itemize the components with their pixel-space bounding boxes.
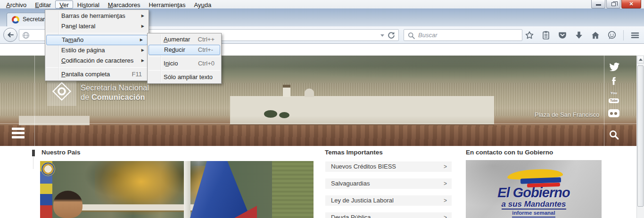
scrollbar-thumb[interactable] — [637, 65, 644, 207]
twitter-link[interactable] — [608, 61, 620, 74]
ver-menu: Barras de herramientas ▶ Panel lateral ▶… — [45, 9, 149, 81]
search-icon[interactable] — [407, 32, 415, 40]
menu-item-label: Codificación de caracteres — [61, 57, 133, 64]
menubar-item-historial[interactable]: Historial — [73, 0, 104, 8]
submenu-arrow-icon: ▶ — [141, 56, 144, 66]
restore-icon — [611, 2, 616, 6]
pocket-button[interactable] — [557, 30, 568, 40]
temas-item-justicia-laboral[interactable]: Ley de Justicia Laboral > — [325, 195, 452, 206]
menu-item-label: Panel lateral — [61, 23, 95, 30]
temas-item-label: Deuda Pública — [331, 214, 371, 218]
menubar-item-ayuda[interactable]: Ayuda — [190, 0, 216, 8]
chevron-right-icon: > — [444, 195, 447, 206]
reload-icon[interactable] — [387, 31, 396, 40]
menubar-item-editar[interactable]: Editar — [31, 0, 55, 8]
hello-button[interactable] — [607, 30, 617, 40]
close-button[interactable]: ✕ — [621, 0, 641, 8]
bookmark-star-button[interactable] — [524, 30, 535, 40]
menu-item-solo-ampliar-texto[interactable]: Sólo ampliar texto — [148, 72, 221, 82]
section-marker — [32, 150, 35, 156]
scroll-up-icon — [639, 58, 643, 61]
photo-coat-of-arms — [41, 162, 55, 176]
menu-item-estilo-de-pagina[interactable]: Estilo de página ▶ — [45, 45, 149, 56]
menu-item-panel-lateral[interactable]: Panel lateral ▶ — [45, 21, 149, 32]
twitter-icon — [608, 61, 619, 73]
tamano-submenu: Aumentar Ctrl++ Reducir Ctrl+- Inicio Ct… — [147, 33, 222, 84]
news-photo[interactable] — [40, 161, 314, 218]
search-bar[interactable]: Buscar — [404, 29, 522, 41]
menu-shortcut: F11 — [132, 69, 142, 80]
minimize-icon — [596, 4, 601, 6]
smiley-chat-icon — [607, 30, 617, 40]
gobierno-banner-tagline: informe semanal — [512, 210, 555, 218]
banner-church-tower — [283, 85, 290, 97]
menu-separator — [46, 67, 148, 68]
menubar-item-archivo[interactable]: Archivo — [2, 0, 31, 8]
youtube-icon: Tube — [609, 98, 619, 103]
facebook-link[interactable] — [608, 75, 620, 89]
menu-item-codificacion[interactable]: Codificación de caracteres ▶ — [45, 56, 149, 66]
banner-tree — [279, 112, 289, 118]
flag-ribbon — [466, 160, 602, 186]
scrollbar-up-button[interactable] — [637, 56, 644, 64]
window-controls: ✕ — [591, 0, 641, 8]
pocket-icon — [557, 30, 568, 40]
section-title-nuestro-pais: Nuestro Pais — [41, 149, 81, 156]
submenu-arrow-icon: ▶ — [141, 45, 144, 56]
menu-item-label: Aumentar — [164, 36, 190, 43]
restore-button[interactable] — [606, 0, 620, 8]
menu-item-label: Pantalla completa — [61, 71, 110, 78]
star-icon — [524, 30, 535, 40]
menu-shortcut: Ctrl++ — [198, 34, 215, 45]
menu-item-pantalla-completa[interactable]: Pantalla completa F11 — [45, 69, 149, 80]
flickr-icon — [608, 109, 619, 117]
temas-item-deuda-publica[interactable]: Deuda Pública > — [325, 212, 452, 218]
hamburger-icon — [630, 30, 640, 40]
banner-horizontal-divider — [0, 123, 636, 124]
banner-tree — [264, 110, 277, 118]
globe-icon[interactable] — [22, 32, 30, 39]
menu-item-inicio[interactable]: Inicio Ctrl+0 — [148, 58, 221, 69]
banner-church-dome — [305, 89, 314, 97]
menubar-item-herramientas[interactable]: Herramientas — [144, 0, 190, 8]
temas-item-label: Ley de Justicia Laboral — [331, 197, 394, 204]
temas-item-salvaguardias[interactable]: Salvaguardias > — [325, 178, 452, 189]
site-logo[interactable] — [47, 77, 76, 106]
temas-item-biess[interactable]: Nuevos Créditos BIESS > — [325, 161, 452, 172]
download-arrow-icon — [574, 30, 584, 40]
banner-menu-button[interactable] — [12, 128, 25, 140]
urlbar-dropdown-icon[interactable] — [380, 34, 384, 37]
chevron-right-icon: > — [444, 178, 447, 189]
reading-list-button[interactable] — [541, 30, 551, 40]
site-favicon-icon — [12, 16, 19, 24]
search-icon — [608, 129, 620, 141]
menu-item-label: Tamaño — [62, 36, 83, 43]
section-rule — [33, 157, 33, 169]
menu-item-barras-de-herramientas[interactable]: Barras de herramientas ▶ — [45, 11, 149, 21]
menu-separator — [46, 33, 148, 33]
youtube-link[interactable]: You Tube — [608, 91, 620, 104]
menubar-item-marcadores[interactable]: Marcadores — [104, 0, 145, 8]
site-logo-line1: Secretaría Nacional — [81, 83, 149, 92]
menu-item-aumentar[interactable]: Aumentar Ctrl++ — [148, 34, 221, 45]
flickr-link[interactable] — [608, 109, 620, 117]
back-button[interactable] — [3, 28, 17, 42]
home-button[interactable] — [590, 30, 601, 40]
menu-button[interactable] — [630, 30, 640, 40]
downloads-button[interactable] — [574, 30, 584, 40]
temas-item-label: Nuevos Créditos BIESS — [331, 163, 396, 170]
menu-item-tamano[interactable]: Tamaño ▶ — [46, 35, 148, 45]
gobierno-banner[interactable]: El Gobierno a sus Mandantes informe sema… — [466, 160, 602, 218]
minimize-button[interactable] — [591, 0, 605, 8]
banner-search-button[interactable] — [608, 129, 620, 143]
menu-bar: Archivo Editar Ver Historial Marcadores … — [0, 0, 644, 8]
chevron-right-icon: > — [444, 161, 447, 172]
secom-emblem-icon — [51, 81, 73, 102]
banner-caption: Plaza de San Francisco — [535, 111, 599, 118]
site-logo-text[interactable]: Secretaría Nacional de Comunicación — [81, 83, 149, 102]
chevron-right-icon: > — [444, 212, 447, 218]
menubar-item-ver[interactable]: Ver — [55, 0, 73, 8]
page-scrollbar[interactable] — [636, 56, 644, 218]
menu-item-reducir[interactable]: Reducir Ctrl+- — [149, 45, 220, 55]
submenu-arrow-icon: ▶ — [141, 11, 144, 21]
